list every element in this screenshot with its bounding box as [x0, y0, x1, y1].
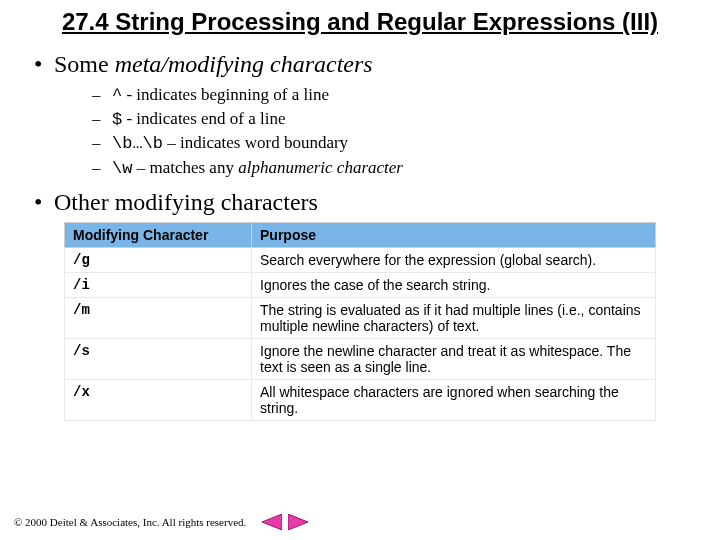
- text: – indicates word boundary: [163, 133, 348, 152]
- table-row: /x All whitespace characters are ignored…: [65, 379, 656, 420]
- text: - indicates end of a line: [122, 109, 285, 128]
- text-em: alphanumeric character: [238, 158, 403, 177]
- cell-purpose: All whitespace characters are ignored wh…: [252, 379, 656, 420]
- modifiers-table: Modifying Character Purpose /g Search ev…: [64, 222, 656, 421]
- text: Some: [54, 51, 115, 77]
- cell-char: /g: [65, 247, 252, 272]
- code: \w: [112, 159, 132, 178]
- cell-purpose: The string is evaluated as if it had mul…: [252, 297, 656, 338]
- svg-marker-0: [262, 514, 282, 530]
- nav-arrows: [262, 514, 308, 530]
- text: – matches any: [132, 158, 238, 177]
- slide-title: 27.4 String Processing and Regular Expre…: [0, 0, 720, 37]
- code: \b…\b: [112, 134, 163, 153]
- bullet-meta-chars: Some meta/modifying characters: [30, 51, 690, 78]
- text-em: meta/modifying characters: [115, 51, 373, 77]
- next-arrow-button[interactable]: [288, 514, 308, 530]
- slide-body: Some meta/modifying characters ^ - indic…: [0, 37, 720, 421]
- th-purpose: Purpose: [252, 222, 656, 247]
- arrow-left-icon: [262, 514, 282, 530]
- sub-bullet: \w – matches any alphanumeric character: [30, 157, 690, 179]
- sub-bullet: \b…\b – indicates word boundary: [30, 132, 690, 154]
- cell-purpose: Ignores the case of the search string.: [252, 272, 656, 297]
- cell-purpose: Ignore the newline character and treat i…: [252, 338, 656, 379]
- cell-char: /s: [65, 338, 252, 379]
- th-modifying-character: Modifying Character: [65, 222, 252, 247]
- sub-bullet: ^ - indicates beginning of a line: [30, 84, 690, 106]
- code: $: [112, 110, 122, 129]
- cell-char: /i: [65, 272, 252, 297]
- slide-footer: © 2000 Deitel & Associates, Inc. All rig…: [14, 514, 308, 530]
- cell-char: /m: [65, 297, 252, 338]
- code: ^: [112, 86, 122, 105]
- arrow-right-icon: [288, 514, 308, 530]
- table-row: /s Ignore the newline character and trea…: [65, 338, 656, 379]
- table-row: /i Ignores the case of the search string…: [65, 272, 656, 297]
- svg-marker-1: [288, 514, 308, 530]
- cell-purpose: Search everywhere for the expression (gl…: [252, 247, 656, 272]
- table-row: /g Search everywhere for the expression …: [65, 247, 656, 272]
- prev-arrow-button[interactable]: [262, 514, 282, 530]
- bullet-other-chars: Other modifying characters: [30, 189, 690, 216]
- copyright-text: © 2000 Deitel & Associates, Inc. All rig…: [14, 516, 246, 528]
- sub-bullet: $ - indicates end of a line: [30, 108, 690, 130]
- text: - indicates beginning of a line: [122, 85, 329, 104]
- table-row: /m The string is evaluated as if it had …: [65, 297, 656, 338]
- modifiers-table-wrap: Modifying Character Purpose /g Search ev…: [64, 222, 656, 421]
- cell-char: /x: [65, 379, 252, 420]
